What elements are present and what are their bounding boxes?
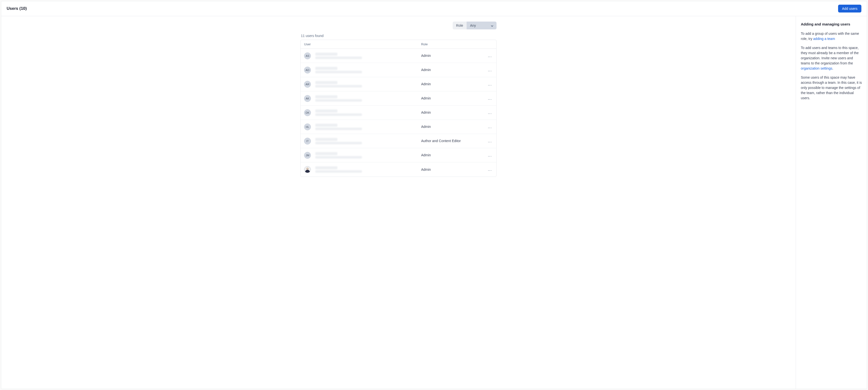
- user-cell: AD: [304, 67, 421, 73]
- table-row: AKAdmin...: [301, 91, 496, 106]
- table-row: HLAdmin...: [301, 120, 496, 134]
- user-role: Admin: [421, 82, 478, 87]
- row-actions-button[interactable]: ...: [478, 167, 493, 172]
- help-sidebar: Adding and managing users To add a group…: [796, 16, 867, 389]
- row-actions-button[interactable]: ...: [478, 153, 493, 158]
- user-cell: IT: [304, 138, 421, 144]
- user-role: Admin: [421, 125, 478, 129]
- users-table: User Role ASAdmin...ADAdmin...ARAdmin...…: [300, 40, 497, 177]
- row-actions-button[interactable]: ...: [478, 68, 493, 72]
- col-header-actions: [478, 42, 493, 46]
- content-area: Role Any 11 users found User Role: [1, 16, 867, 389]
- avatar: JM: [304, 152, 311, 159]
- user-name-redacted: [315, 166, 362, 173]
- user-name-redacted: [315, 124, 362, 130]
- page-title: Users (10): [7, 6, 27, 11]
- avatar: AK: [304, 95, 311, 102]
- user-cell: DK: [304, 109, 421, 116]
- add-users-button[interactable]: Add users: [838, 5, 861, 12]
- avatar: AS: [304, 53, 311, 59]
- role-filter-value: Any: [470, 24, 476, 27]
- main-column: Role Any 11 users found User Role: [1, 16, 796, 389]
- user-cell: JM: [304, 152, 421, 159]
- avatar: DK: [304, 109, 311, 116]
- row-actions-button[interactable]: ...: [478, 96, 493, 101]
- table-row: DKAdmin...: [301, 106, 496, 120]
- table-row: Admin...: [301, 162, 496, 176]
- table-row: ASAdmin...: [301, 49, 496, 63]
- col-header-user: User: [304, 42, 421, 46]
- user-name-redacted: [315, 152, 362, 159]
- row-actions-button[interactable]: ...: [478, 125, 493, 129]
- avatar: AR: [304, 81, 311, 88]
- user-name-redacted: [315, 53, 362, 59]
- users-found-count: 11 users found: [300, 34, 497, 38]
- avatar: HL: [304, 124, 311, 130]
- chevron-down-icon: [491, 24, 493, 27]
- table-row: ARAdmin...: [301, 77, 496, 91]
- table-row: ITAuthor and Content Editor...: [301, 134, 496, 148]
- row-actions-button[interactable]: ...: [478, 82, 493, 87]
- user-cell: [304, 166, 421, 173]
- user-cell: AR: [304, 81, 421, 88]
- user-cell: HL: [304, 124, 421, 130]
- organization-settings-link[interactable]: organization settings: [801, 66, 832, 70]
- row-actions-button[interactable]: ...: [478, 54, 493, 58]
- user-role: Admin: [421, 167, 478, 172]
- user-name-redacted: [315, 138, 362, 144]
- user-name-redacted: [315, 67, 362, 73]
- sidebar-p1: To add a group of users with the same ro…: [801, 31, 862, 41]
- adding-a-team-link[interactable]: adding a team: [813, 37, 835, 41]
- user-role: Admin: [421, 110, 478, 115]
- role-filter-label: Role: [453, 22, 467, 29]
- role-filter-select[interactable]: Any: [467, 22, 497, 29]
- table-header: User Role: [301, 40, 496, 49]
- avatar: AD: [304, 67, 311, 73]
- header-bar: Users (10) Add users: [1, 1, 867, 16]
- role-filter: Role Any: [453, 22, 497, 29]
- row-actions-button[interactable]: ...: [478, 110, 493, 115]
- filter-row: Role Any: [300, 22, 497, 29]
- avatar-photo: [304, 166, 311, 173]
- user-role: Admin: [421, 153, 478, 158]
- page-container: Users (10) Add users Role Any: [1, 1, 867, 389]
- user-role: Admin: [421, 96, 478, 101]
- user-cell: AS: [304, 53, 421, 59]
- user-name-redacted: [315, 109, 362, 116]
- table-row: JMAdmin...: [301, 148, 496, 162]
- table-row: ADAdmin...: [301, 63, 496, 77]
- user-name-redacted: [315, 95, 362, 102]
- user-role: Admin: [421, 54, 478, 58]
- avatar: IT: [304, 138, 311, 144]
- user-cell: AK: [304, 95, 421, 102]
- sidebar-p3: Some users of this space may have access…: [801, 75, 862, 101]
- sidebar-p2: To add users and teams to this space, th…: [801, 45, 862, 71]
- user-name-redacted: [315, 81, 362, 88]
- sidebar-heading: Adding and managing users: [801, 22, 862, 27]
- col-header-role: Role: [421, 42, 478, 46]
- row-actions-button[interactable]: ...: [478, 139, 493, 143]
- user-role: Admin: [421, 68, 478, 72]
- user-role: Author and Content Editor: [421, 139, 478, 143]
